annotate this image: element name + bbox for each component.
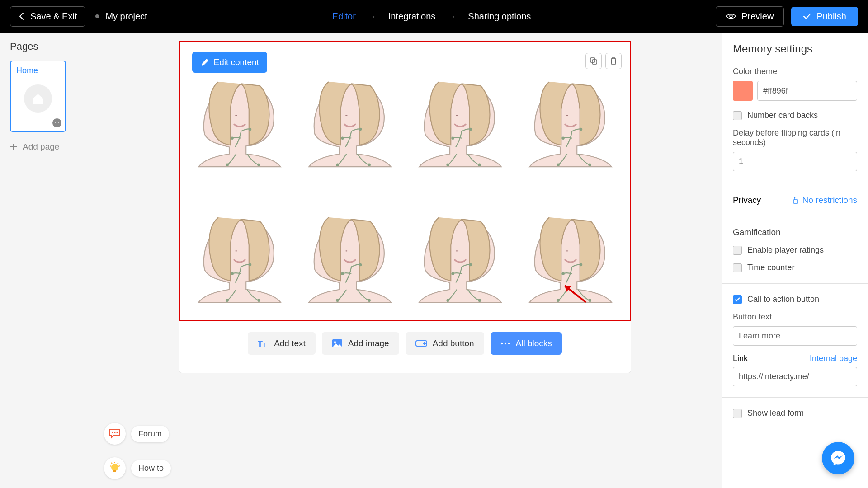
svg-point-15 — [508, 343, 509, 344]
copy-icon — [590, 57, 598, 65]
add-page-button[interactable]: Add page — [10, 142, 78, 152]
svg-point-17 — [114, 432, 116, 433]
add-image-button[interactable]: Add image — [322, 332, 399, 355]
color-theme-label: Color theme — [733, 67, 857, 76]
memory-card[interactable] — [297, 47, 403, 178]
lightbulb-icon — [109, 462, 120, 474]
svg-rect-21 — [793, 200, 798, 203]
text-icon: TT — [258, 338, 269, 348]
svg-text:T: T — [258, 339, 263, 348]
time-counter-checkbox[interactable]: Time counter — [733, 263, 857, 272]
button-text-label: Button text — [733, 312, 857, 322]
add-button-button[interactable]: Add button — [406, 332, 484, 355]
unsaved-dot-icon — [95, 14, 99, 18]
show-lead-form-label: Show lead form — [747, 408, 804, 418]
svg-point-5 — [730, 15, 732, 18]
pages-title: Pages — [10, 41, 78, 52]
messenger-icon — [830, 450, 847, 467]
howto-label[interactable]: How to — [131, 460, 171, 477]
save-exit-label: Save & Exit — [30, 11, 77, 22]
trash-icon — [610, 57, 617, 65]
plus-icon — [10, 143, 17, 150]
memory-block[interactable]: Edit content — [179, 41, 631, 321]
memory-card[interactable] — [518, 183, 623, 314]
checkbox-icon — [733, 111, 742, 120]
pages-sidebar: Pages Home ⋯ Add page — [0, 33, 88, 488]
check-icon — [803, 13, 811, 19]
internal-page-link[interactable]: Internal page — [810, 354, 857, 363]
canvas-area: Edit content — [88, 33, 722, 488]
delay-input[interactable] — [733, 152, 857, 171]
eye-icon — [726, 13, 736, 20]
all-blocks-button[interactable]: All blocks — [491, 332, 562, 355]
button-icon — [415, 339, 427, 347]
preview-button[interactable]: Preview — [716, 6, 784, 27]
duplicate-button[interactable] — [585, 53, 602, 69]
number-card-backs-label: Number card backs — [747, 111, 818, 120]
memory-card[interactable] — [407, 183, 513, 314]
edit-content-button[interactable]: Edit content — [192, 52, 267, 73]
memory-card[interactable] — [187, 183, 292, 314]
edit-content-label: Edit content — [214, 57, 259, 67]
svg-point-18 — [117, 432, 118, 433]
arrow-right-icon: → — [368, 11, 377, 22]
enable-ratings-checkbox[interactable]: Enable player ratings — [733, 245, 857, 255]
page-more-icon[interactable]: ⋯ — [52, 118, 61, 127]
svg-point-11 — [334, 341, 336, 343]
image-icon — [332, 339, 343, 348]
settings-panel: Memory settings Color theme Number card … — [722, 33, 868, 488]
checkbox-icon — [733, 409, 742, 418]
top-bar: Save & Exit My project Editor → Integrat… — [0, 0, 868, 33]
chat-icon — [109, 429, 121, 439]
delay-label: Delay before flipping cards (in seconds) — [733, 128, 857, 147]
add-button-label: Add button — [433, 338, 474, 348]
chat-fab[interactable] — [822, 442, 854, 474]
cta-label: Call to action button — [747, 295, 819, 304]
help-pills: Forum How to — [104, 423, 171, 479]
chevron-left-icon — [19, 12, 25, 20]
button-text-input[interactable] — [733, 326, 857, 346]
project-name[interactable]: My project — [95, 11, 147, 22]
color-input[interactable] — [757, 81, 857, 101]
panel-title: Memory settings — [733, 42, 857, 55]
svg-text:T: T — [263, 341, 266, 348]
number-card-backs-checkbox[interactable]: Number card backs — [733, 111, 857, 120]
step-sharing[interactable]: Sharing options — [468, 11, 531, 22]
enable-ratings-label: Enable player ratings — [747, 245, 824, 255]
all-blocks-label: All blocks — [516, 338, 552, 348]
checkbox-icon — [733, 246, 742, 255]
publish-label: Publish — [816, 11, 846, 22]
page-card-label: Home — [16, 66, 60, 75]
dots-icon — [500, 342, 510, 345]
page-card-home[interactable]: Home ⋯ — [10, 61, 66, 132]
link-input[interactable] — [733, 367, 857, 386]
color-swatch[interactable] — [733, 81, 753, 101]
arrow-right-icon: → — [447, 11, 456, 22]
svg-point-13 — [500, 343, 502, 344]
save-exit-button[interactable]: Save & Exit — [10, 6, 85, 27]
link-label: Link — [733, 354, 748, 363]
memory-card[interactable] — [297, 183, 403, 314]
svg-point-16 — [112, 432, 113, 433]
checkbox-icon — [733, 263, 742, 272]
memory-card[interactable] — [407, 47, 513, 178]
show-lead-form-checkbox[interactable]: Show lead form — [733, 408, 857, 418]
cta-checkbox[interactable]: Call to action button — [733, 295, 857, 304]
howto-button[interactable] — [104, 457, 126, 479]
step-editor[interactable]: Editor — [332, 11, 356, 22]
add-text-label: Add text — [274, 338, 306, 348]
delete-button[interactable] — [605, 53, 622, 69]
pencil-icon — [200, 58, 209, 67]
privacy-value[interactable]: No restrictions — [793, 195, 857, 205]
svg-point-14 — [504, 343, 506, 344]
add-block-bar: TT Add text Add image Add button All blo… — [179, 332, 631, 355]
forum-label[interactable]: Forum — [131, 426, 169, 442]
add-text-button[interactable]: TT Add text — [248, 332, 316, 355]
forum-button[interactable] — [104, 423, 126, 445]
time-counter-label: Time counter — [747, 263, 794, 272]
publish-button[interactable]: Publish — [791, 7, 858, 26]
privacy-label: Privacy — [733, 195, 761, 205]
home-icon — [24, 84, 52, 113]
step-integrations[interactable]: Integrations — [388, 11, 436, 22]
preview-label: Preview — [741, 11, 774, 22]
